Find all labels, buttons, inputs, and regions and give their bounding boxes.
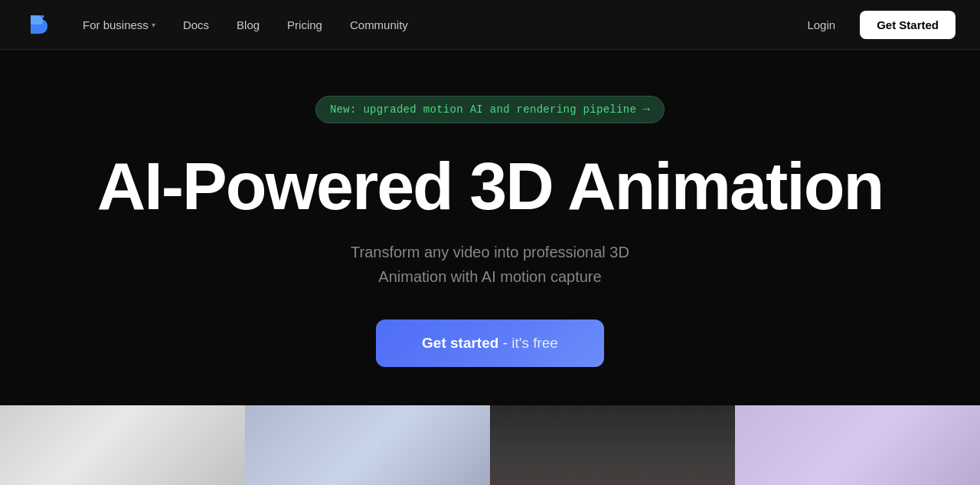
navbar: For business ▾ Docs Blog Pricing Communi… bbox=[0, 0, 980, 50]
cta-bold-text: Get started bbox=[422, 335, 498, 351]
nav-docs[interactable]: Docs bbox=[171, 12, 221, 38]
hero-subtitle: Transform any video into professional 3D… bbox=[351, 240, 629, 289]
gallery-item-3 bbox=[490, 405, 735, 485]
cta-light-text: it's free bbox=[511, 335, 558, 351]
cta-get-started-button[interactable]: Get started - it's free bbox=[376, 320, 604, 367]
navbar-links: For business ▾ Docs Blog Pricing Communi… bbox=[70, 12, 420, 38]
navbar-left: For business ▾ Docs Blog Pricing Communi… bbox=[24, 11, 420, 38]
hero-section: New: upgraded motion AI and rendering pi… bbox=[0, 50, 980, 405]
chevron-down-icon: ▾ bbox=[152, 21, 155, 29]
get-started-nav-button[interactable]: Get Started bbox=[860, 11, 956, 39]
arrow-icon: → bbox=[642, 103, 650, 116]
logo[interactable] bbox=[24, 11, 52, 38]
hero-title: AI-Powered 3D Animation bbox=[97, 151, 883, 221]
gallery-row bbox=[0, 405, 980, 485]
gallery-item-4 bbox=[735, 405, 980, 485]
gallery-item-2 bbox=[245, 405, 490, 485]
navbar-right: Login Get Started bbox=[795, 11, 956, 39]
announcement-badge[interactable]: New: upgraded motion AI and rendering pi… bbox=[315, 96, 665, 123]
nav-for-business[interactable]: For business ▾ bbox=[70, 12, 168, 38]
nav-community[interactable]: Community bbox=[338, 12, 420, 38]
login-button[interactable]: Login bbox=[795, 12, 848, 38]
cta-separator: - bbox=[498, 335, 511, 351]
announcement-text: New: upgraded motion AI and rendering pi… bbox=[330, 103, 636, 116]
nav-pricing[interactable]: Pricing bbox=[275, 12, 335, 38]
gallery-item-1 bbox=[0, 405, 245, 485]
nav-blog[interactable]: Blog bbox=[224, 12, 272, 38]
